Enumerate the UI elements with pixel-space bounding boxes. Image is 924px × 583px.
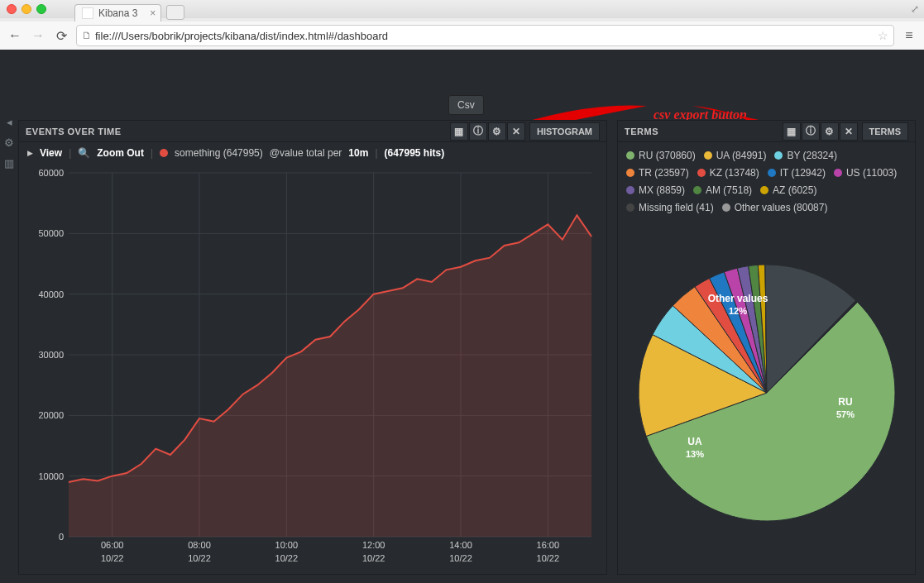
- legend-item[interactable]: MX (8859): [626, 182, 685, 198]
- svg-text:06:00: 06:00: [101, 540, 124, 550]
- gear-icon[interactable]: ⚙: [821, 122, 839, 141]
- legend-dot-icon: [697, 169, 706, 177]
- close-icon[interactable]: ✕: [840, 122, 858, 141]
- terms-pie-chart[interactable]: RU57%UA13%Other values12%: [618, 212, 915, 574]
- legend-item[interactable]: KZ (13748): [697, 165, 759, 181]
- svg-text:10/22: 10/22: [537, 553, 560, 563]
- legend-dot-icon: [626, 186, 634, 194]
- panel-header: TERMS ▦ ⓘ ⚙ ✕ TERMS: [618, 121, 915, 142]
- svg-text:20000: 20000: [38, 410, 64, 420]
- legend-item[interactable]: AM (7518): [693, 182, 752, 198]
- forward-button: →: [30, 28, 46, 43]
- histogram-panel: EVENTS OVER TIME ▦ ⓘ ⚙ ✕ HISTOGRAM ▶ Vie…: [18, 120, 607, 575]
- svg-text:10000: 10000: [38, 471, 64, 481]
- legend-item[interactable]: IT (12942): [768, 165, 826, 181]
- close-icon[interactable]: ✕: [507, 122, 525, 141]
- svg-text:16:00: 16:00: [537, 540, 560, 550]
- new-tab-button[interactable]: [166, 5, 184, 20]
- tab-title: Kibana 3: [98, 7, 137, 19]
- legend-label: AZ (6025): [773, 182, 816, 198]
- grid-icon[interactable]: ▦: [783, 122, 801, 141]
- svg-text:10/22: 10/22: [275, 553, 299, 563]
- browser-chrome: ⤢ Kibana 3 × ← → ⟳ 🗋 file:///Users/bobri…: [0, 0, 924, 50]
- zoom-out-link[interactable]: Zoom Out: [97, 147, 144, 159]
- favicon-icon: [82, 7, 93, 19]
- agg-label: @value total per: [270, 147, 342, 159]
- gear-icon[interactable]: ⚙: [488, 122, 506, 141]
- histogram-query-row: ▶ View | 🔍 Zoom Out | something (647995)…: [19, 142, 606, 164]
- legend-label: IT (12942): [780, 165, 826, 181]
- legend-item[interactable]: US (11003): [834, 165, 897, 181]
- csv-export-button[interactable]: Csv: [448, 95, 484, 115]
- legend-dot-icon: [760, 186, 768, 194]
- legend-dot-icon: [626, 169, 634, 177]
- legend-label: BY (28324): [787, 147, 837, 164]
- svg-text:10:00: 10:00: [275, 540, 299, 550]
- svg-text:10/22: 10/22: [449, 553, 472, 563]
- svg-text:12:00: 12:00: [362, 540, 385, 550]
- tab-close-icon[interactable]: ×: [150, 7, 156, 19]
- svg-text:57%: 57%: [835, 409, 854, 419]
- legend-dot-icon: [834, 169, 842, 177]
- legend-item[interactable]: TR (23597): [626, 165, 689, 181]
- browser-tabs: Kibana 3 ×: [0, 0, 924, 22]
- panel-type-label: TERMS: [862, 122, 909, 141]
- zoom-out-icon[interactable]: 🔍: [78, 147, 90, 159]
- series-label: something (647995): [175, 147, 263, 159]
- hits-label: (647995 hits): [385, 147, 445, 159]
- collapse-icon[interactable]: ◂: [7, 116, 12, 128]
- legend-dot-icon: [626, 203, 634, 212]
- svg-text:0: 0: [59, 532, 64, 542]
- svg-text:50000: 50000: [38, 228, 64, 238]
- legend-item[interactable]: RU (370860): [626, 147, 696, 164]
- svg-text:08:00: 08:00: [188, 540, 211, 550]
- page-icon: 🗋: [82, 30, 92, 41]
- svg-text:40000: 40000: [38, 289, 64, 299]
- terms-legend: RU (370860)UA (84991)BY (28324)TR (23597…: [618, 142, 915, 220]
- bookmark-icon[interactable]: ☆: [878, 29, 888, 42]
- terms-panel: TERMS ▦ ⓘ ⚙ ✕ TERMS RU (370860)UA (84991…: [617, 120, 916, 575]
- legend-label: TR (23597): [639, 165, 689, 181]
- legend-label: MX (8859): [639, 182, 685, 198]
- legend-label: RU (370860): [639, 147, 696, 164]
- svg-text:30000: 30000: [38, 350, 64, 360]
- panels-icon[interactable]: ▥: [4, 157, 14, 170]
- panel-title: EVENTS OVER TIME: [26, 127, 450, 136]
- legend-item[interactable]: AZ (6025): [760, 182, 816, 198]
- caret-icon[interactable]: ▶: [27, 149, 33, 157]
- interval-label: 10m: [348, 147, 368, 159]
- view-link[interactable]: View: [40, 147, 62, 159]
- panel-title: TERMS: [625, 127, 783, 136]
- legend-label: KZ (13748): [710, 165, 759, 181]
- svg-text:RU: RU: [838, 396, 852, 408]
- legend-dot-icon: [774, 151, 783, 160]
- browser-tab[interactable]: Kibana 3 ×: [74, 4, 161, 22]
- histogram-chart[interactable]: 010000200003000040000500006000006:0010/2…: [27, 169, 598, 567]
- legend-item[interactable]: UA (84991): [704, 147, 767, 164]
- svg-text:UA: UA: [687, 436, 702, 447]
- back-button[interactable]: ←: [7, 28, 23, 43]
- panel-type-label: HISTOGRAM: [529, 122, 600, 141]
- svg-text:60000: 60000: [38, 169, 64, 178]
- settings-icon[interactable]: ⚙: [4, 136, 14, 149]
- legend-dot-icon: [768, 169, 776, 177]
- legend-dot-icon: [626, 151, 634, 160]
- url-text: file:///Users/bobrik/projects/kibana/dis…: [95, 30, 878, 42]
- dashboard-sidebar: ◂ ⚙ ▥: [0, 116, 18, 170]
- browser-toolbar: ← → ⟳ 🗋 file:///Users/bobrik/projects/ki…: [0, 22, 924, 50]
- reload-button[interactable]: ⟳: [53, 28, 69, 44]
- legend-label: UA (84991): [716, 147, 767, 164]
- svg-text:10/22: 10/22: [362, 553, 385, 563]
- url-bar[interactable]: 🗋 file:///Users/bobrik/projects/kibana/d…: [76, 25, 894, 46]
- svg-text:12%: 12%: [728, 306, 746, 316]
- legend-dot-icon: [704, 151, 712, 160]
- svg-text:13%: 13%: [685, 449, 703, 459]
- series-color-icon: [160, 149, 168, 157]
- info-icon[interactable]: ⓘ: [802, 122, 820, 141]
- legend-item[interactable]: BY (28324): [774, 147, 837, 164]
- menu-button[interactable]: ≡: [901, 28, 917, 43]
- panel-header: EVENTS OVER TIME ▦ ⓘ ⚙ ✕ HISTOGRAM: [19, 121, 606, 142]
- info-icon[interactable]: ⓘ: [469, 122, 487, 141]
- legend-dot-icon: [693, 186, 701, 194]
- grid-icon[interactable]: ▦: [450, 122, 468, 141]
